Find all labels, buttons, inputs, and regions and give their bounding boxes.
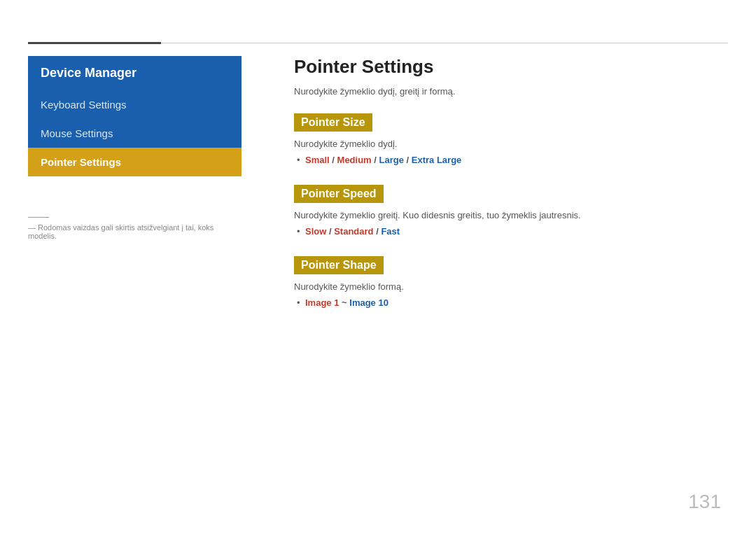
sidebar-item-label: Mouse Settings bbox=[41, 127, 113, 139]
top-decorative-lines bbox=[28, 42, 728, 44]
page-subtitle: Nurodykite žymeklio dydį, greitį ir form… bbox=[294, 86, 728, 97]
pointer-speed-list: Slow / Standard / Fast bbox=[294, 226, 728, 237]
top-line-dark bbox=[28, 42, 161, 44]
pointer-speed-header: Pointer Speed bbox=[294, 185, 384, 203]
sidebar-note-text: ― Rodomas vaizdas gali skirtis atsižvelg… bbox=[28, 223, 241, 240]
pointer-speed-options: Slow bbox=[305, 226, 326, 237]
pointer-shape-section: Pointer Shape Nurodykite žymeklio formą.… bbox=[294, 256, 728, 308]
sidebar-header: Device Manager bbox=[28, 56, 241, 90]
pointer-speed-section: Pointer Speed Nurodykite žymeklio greitį… bbox=[294, 185, 728, 237]
pointer-size-list: Small / Medium / Large / Extra Large bbox=[294, 155, 728, 165]
pointer-size-description: Nurodykite žymeklio dydį. bbox=[294, 139, 728, 149]
sidebar-item-pointer[interactable]: Pointer Settings bbox=[28, 148, 241, 176]
pointer-shape-options: Image 1 bbox=[305, 297, 339, 308]
pointer-speed-description: Nurodykite žymeklio greitį. Kuo didesnis… bbox=[294, 210, 728, 220]
sidebar: Device Manager Keyboard Settings Mouse S… bbox=[28, 56, 241, 176]
page-number: 131 bbox=[688, 491, 721, 513]
main-content: Pointer Settings Nurodykite žymeklio dyd… bbox=[294, 56, 728, 328]
page-container: Device Manager Keyboard Settings Mouse S… bbox=[0, 0, 756, 534]
sidebar-note-divider bbox=[28, 217, 49, 218]
pointer-shape-description: Nurodykite žymeklio formą. bbox=[294, 281, 728, 292]
sidebar-title: Device Manager bbox=[41, 66, 136, 80]
pointer-shape-header: Pointer Shape bbox=[294, 256, 384, 274]
list-item: Image 1 ~ Image 10 bbox=[305, 297, 728, 308]
list-item: Small / Medium / Large / Extra Large bbox=[305, 155, 728, 165]
sidebar-item-label: Keyboard Settings bbox=[41, 99, 127, 111]
pointer-size-options: Small bbox=[305, 155, 330, 165]
sidebar-item-label: Pointer Settings bbox=[41, 156, 121, 168]
pointer-size-header: Pointer Size bbox=[294, 113, 372, 132]
pointer-shape-list: Image 1 ~ Image 10 bbox=[294, 297, 728, 308]
top-line-light bbox=[161, 43, 728, 43]
page-title: Pointer Settings bbox=[294, 56, 728, 78]
pointer-size-section: Pointer Size Nurodykite žymeklio dydį. S… bbox=[294, 113, 728, 165]
list-item: Slow / Standard / Fast bbox=[305, 226, 728, 237]
sidebar-item-mouse[interactable]: Mouse Settings bbox=[28, 119, 241, 148]
sidebar-item-keyboard[interactable]: Keyboard Settings bbox=[28, 90, 241, 119]
sidebar-note: ― Rodomas vaizdas gali skirtis atsižvelg… bbox=[28, 217, 241, 240]
